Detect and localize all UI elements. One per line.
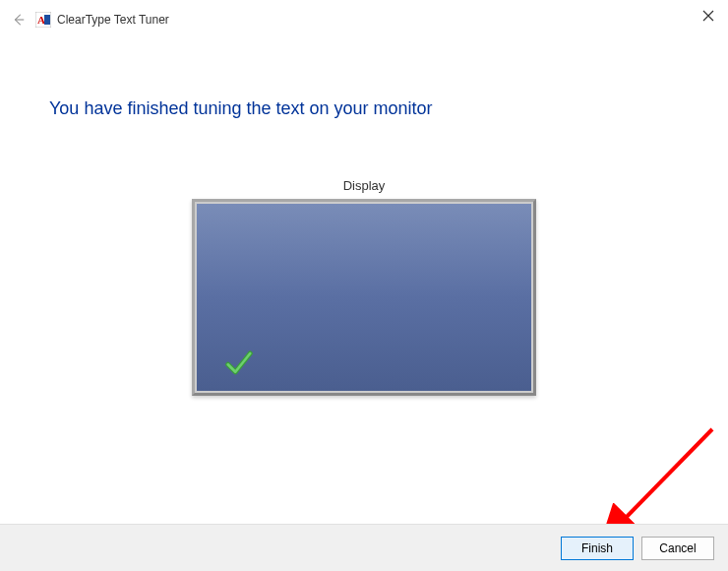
wizard-footer: Finish Cancel [0, 524, 728, 571]
checkmark-icon [224, 349, 254, 378]
close-icon [702, 10, 714, 22]
finish-button[interactable]: Finish [561, 537, 634, 560]
svg-rect-2 [44, 15, 50, 25]
cancel-button[interactable]: Cancel [641, 537, 714, 560]
back-button[interactable] [10, 11, 28, 29]
app-icon: A [35, 12, 51, 28]
window-title: ClearType Text Tuner [57, 13, 169, 27]
svg-text:A: A [37, 14, 45, 26]
monitor-preview [192, 199, 536, 396]
main-content: You have finished tuning the text on you… [0, 59, 728, 524]
titlebar: A ClearType Text Tuner [0, 0, 728, 39]
display-label: Display [49, 178, 679, 193]
close-button[interactable] [698, 6, 718, 26]
back-arrow-icon [12, 13, 26, 27]
page-heading: You have finished tuning the text on you… [49, 98, 679, 119]
display-section: Display [49, 178, 679, 396]
